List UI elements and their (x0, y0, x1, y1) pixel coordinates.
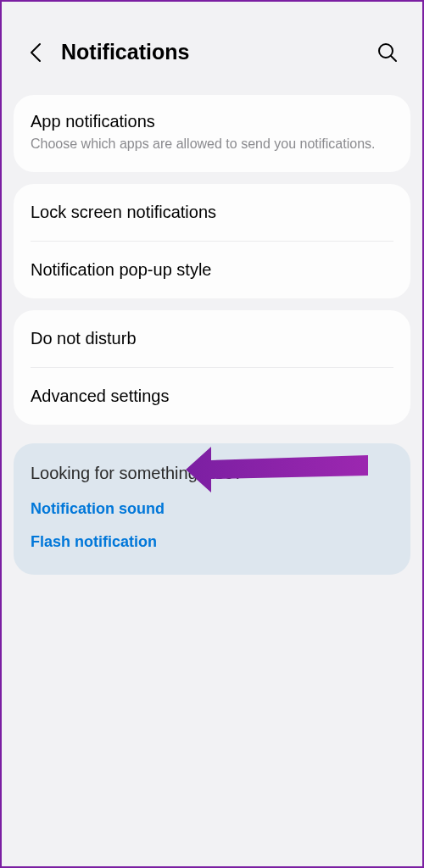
page-title: Notifications (61, 40, 377, 64)
item-title: App notifications (31, 112, 393, 131)
search-icon[interactable] (377, 42, 399, 64)
svg-line-1 (391, 56, 396, 61)
item-title: Advanced settings (31, 387, 393, 406)
item-lock-screen-notifications[interactable]: Lock screen notifications (14, 184, 410, 241)
item-advanced-settings[interactable]: Advanced settings (14, 368, 410, 425)
card-lockscreen-popup: Lock screen notifications Notification p… (14, 184, 410, 298)
item-title: Notification pop-up style (31, 260, 393, 280)
link-notification-sound[interactable]: Notification sound (31, 500, 393, 518)
item-title: Do not disturb (31, 329, 393, 348)
looking-for-card: Looking for something else? Notification… (14, 443, 410, 575)
card-dnd-advanced: Do not disturb Advanced settings (14, 310, 410, 425)
item-do-not-disturb[interactable]: Do not disturb (14, 310, 410, 367)
link-flash-notification[interactable]: Flash notification (31, 533, 393, 551)
item-app-notifications[interactable]: App notifications Choose which apps are … (14, 95, 410, 172)
card-app-notifications: App notifications Choose which apps are … (14, 95, 410, 172)
looking-for-title: Looking for something else? (31, 464, 393, 483)
item-title: Lock screen notifications (31, 203, 393, 222)
item-subtitle: Choose which apps are allowed to send yo… (31, 135, 393, 153)
header: Notifications (2, 2, 422, 83)
back-icon[interactable] (25, 42, 46, 63)
item-notification-popup-style[interactable]: Notification pop-up style (14, 242, 410, 298)
